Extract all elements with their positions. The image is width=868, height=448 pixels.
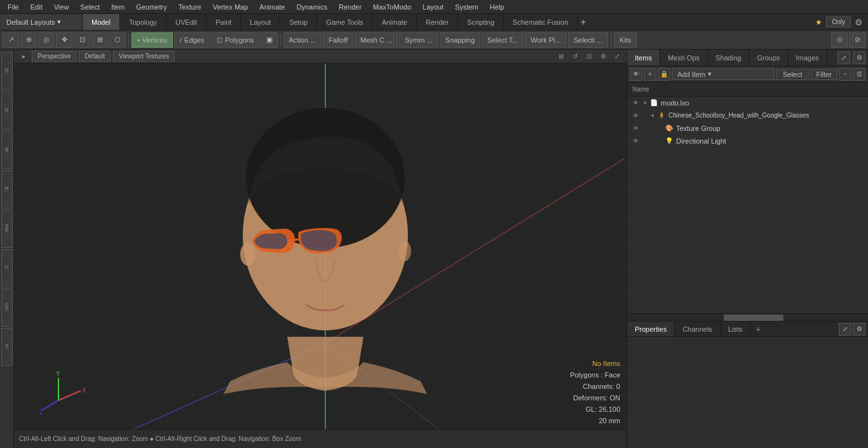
items-options-button[interactable]: ☰	[853, 68, 865, 81]
add-icon[interactable]: +	[644, 68, 656, 81]
viewport-rotate-icon[interactable]: ↺	[569, 51, 581, 62]
sidebar-btn-d1[interactable]: D:	[1, 52, 13, 90]
tool-view-icon[interactable]: ⊘	[849, 32, 865, 48]
scrollbar-area[interactable]	[627, 313, 868, 321]
tab-schematic-fusion[interactable]: Schematic Fusion	[504, 14, 578, 30]
expand-icon-1[interactable]: ▾	[649, 110, 656, 121]
sidebar-btn-c[interactable]: C:	[1, 249, 13, 287]
default-button[interactable]: Default	[79, 51, 111, 62]
action-button[interactable]: Action ...	[283, 32, 322, 48]
viewport-fit-icon[interactable]: ⊞	[555, 51, 567, 62]
tool-transform-icon[interactable]: ⊞	[92, 32, 108, 48]
tab-mesh-ops[interactable]: Mesh Ops	[660, 50, 708, 65]
menu-help[interactable]: Help	[485, 2, 510, 12]
bottom-panel-settings-button[interactable]: ⚙	[853, 323, 865, 336]
tab-uvedit[interactable]: UVEdit	[166, 14, 207, 30]
sidebar-btn-e[interactable]: E:	[1, 170, 13, 208]
tab-items[interactable]: Items	[627, 50, 660, 65]
edges-button[interactable]: / Edges	[174, 32, 210, 48]
tool-rotate-icon[interactable]: ◎	[38, 32, 55, 48]
tab-setup[interactable]: Setup	[280, 14, 317, 30]
menu-dynamics[interactable]: Dynamics	[292, 2, 332, 12]
settings-button[interactable]: ⚙	[855, 17, 863, 27]
tab-shading[interactable]: Shading	[708, 50, 749, 65]
viewport-canvas[interactable]: X Y Z No Items Polygons : Face Channels:…	[14, 64, 627, 429]
list-item[interactable]: 👁 ▾ 🧍 Chinese_Schoolboy_Head_with_Google…	[627, 109, 868, 122]
mesh-button[interactable]: Mesh C ...	[355, 32, 398, 48]
list-item[interactable]: 👁 ▾ 📄 modo.lxo	[627, 97, 868, 109]
menu-file[interactable]: File	[3, 2, 24, 12]
polygons-button[interactable]: ◻ Polygons	[211, 32, 259, 48]
selecti-button[interactable]: Selecti ...	[568, 32, 608, 48]
symm-button[interactable]: Symm ...	[399, 32, 438, 48]
only-button[interactable]: Only	[826, 17, 851, 27]
visibility-icon-2[interactable]: 👁	[630, 123, 641, 134]
select-t-button[interactable]: Select T...	[482, 32, 524, 48]
tab-game-tools[interactable]: Game Tools	[317, 14, 373, 30]
items-select-button[interactable]: Select	[776, 69, 810, 80]
tab-groups[interactable]: Groups	[749, 50, 788, 65]
menu-select[interactable]: Select	[75, 2, 105, 12]
bottom-panel-expand-button[interactable]: ⤢	[839, 323, 851, 336]
star-button[interactable]: ★	[815, 18, 822, 27]
tab-images[interactable]: Images	[789, 50, 827, 65]
expand-icon-0[interactable]: ▾	[641, 97, 649, 109]
add-item-button[interactable]: Add Item ▾	[672, 68, 775, 80]
sidebar-btn-uv[interactable]: UV:	[1, 288, 13, 327]
tab-model[interactable]: Model	[83, 14, 120, 30]
tool-material-icon[interactable]: ▣	[261, 32, 278, 48]
tab-animate[interactable]: Animate	[373, 14, 417, 30]
items-filter-button[interactable]: Filter	[811, 69, 837, 80]
sidebar-btn-pol[interactable]: Pol:	[1, 210, 13, 248]
visibility-icon-0[interactable]: 👁	[630, 97, 641, 109]
menu-render[interactable]: Render	[334, 2, 367, 12]
list-item[interactable]: 👁 ▸ 🎨 Texture Group	[627, 122, 868, 135]
kits-button[interactable]: Kits	[614, 32, 637, 48]
tool-move-icon[interactable]: ✥	[56, 32, 72, 48]
viewport-zoom-icon[interactable]: ⊡	[583, 51, 595, 62]
work-pl-button[interactable]: Work Pl...	[525, 32, 566, 48]
menu-system[interactable]: System	[450, 2, 484, 12]
tool-scale-icon[interactable]: ⊡	[74, 32, 90, 48]
tab-scripting[interactable]: Scripting	[458, 14, 504, 30]
items-minus-button[interactable]: −	[839, 68, 851, 81]
tab-properties[interactable]: Properties	[627, 322, 675, 336]
vertices-button[interactable]: • Vertices	[132, 32, 173, 48]
visibility-icon-1[interactable]: 👁	[630, 110, 641, 121]
eye-icon[interactable]: 👁	[630, 68, 642, 81]
visibility-icon-3[interactable]: 👁	[630, 135, 641, 147]
viewport-settings-icon[interactable]: ⚙	[597, 51, 609, 62]
viewport-area[interactable]: ▸ Perspective Default Viewport Textures …	[14, 50, 627, 448]
menu-view[interactable]: View	[49, 2, 74, 12]
menu-animate[interactable]: Animate	[254, 2, 290, 12]
viewport-textures-button[interactable]: Viewport Textures	[113, 51, 175, 62]
add-layout-tab-button[interactable]: +	[578, 17, 588, 28]
menu-vertex-map[interactable]: Vertex Map	[208, 2, 254, 12]
lock-icon[interactable]: 🔒	[658, 68, 670, 81]
viewport-expand-icon[interactable]: ⤢	[611, 51, 623, 62]
viewport-toggle-button[interactable]: ▸	[18, 51, 29, 62]
menu-geometry[interactable]: Geometry	[131, 2, 172, 12]
snapping-button[interactable]: Snapping	[440, 32, 481, 48]
menu-maxtomodo[interactable]: MaxToModo	[368, 2, 416, 12]
perspective-button[interactable]: Perspective	[32, 51, 76, 62]
menu-layout[interactable]: Layout	[417, 2, 449, 12]
sidebar-btn-f[interactable]: F:	[1, 328, 13, 366]
tab-render[interactable]: Render	[417, 14, 458, 30]
tool-camera-icon[interactable]: ⊙	[831, 32, 848, 48]
sidebar-btn-m[interactable]: M:	[1, 131, 13, 169]
tab-channels[interactable]: Channels	[675, 322, 720, 336]
falloff-button[interactable]: Falloff	[323, 32, 353, 48]
menu-item[interactable]: Item	[106, 2, 130, 12]
sidebar-btn-d2[interactable]: D:	[1, 92, 13, 130]
tab-topology[interactable]: Topology	[120, 14, 166, 30]
tool-world-icon[interactable]: ⊕	[20, 32, 37, 48]
tool-mirror-icon[interactable]: ⬡	[109, 32, 126, 48]
panel-expand-button[interactable]: ⤢	[837, 51, 850, 64]
list-item[interactable]: 👁 ▸ 💡 Directional Light	[627, 135, 868, 147]
menu-texture[interactable]: Texture	[173, 2, 207, 12]
menu-edit[interactable]: Edit	[25, 2, 48, 12]
tab-paint[interactable]: Paint	[207, 14, 241, 30]
add-bottom-tab-button[interactable]: +	[750, 324, 766, 334]
scrollbar-thumb[interactable]	[724, 315, 784, 321]
